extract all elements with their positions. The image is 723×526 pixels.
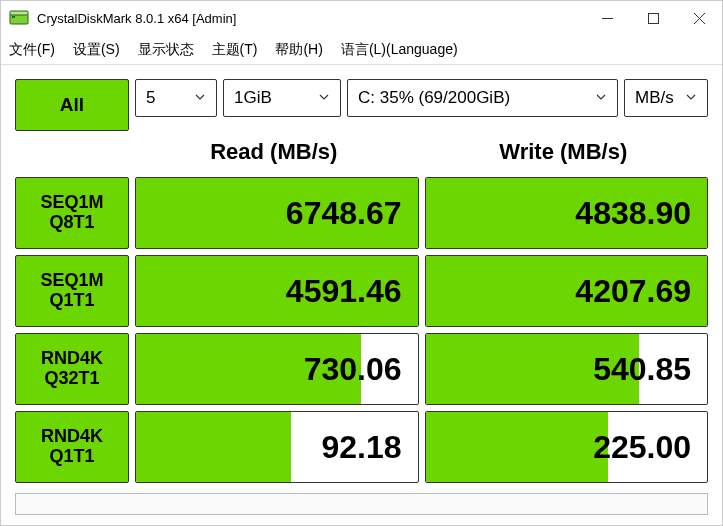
- write-value: 225.00: [593, 429, 691, 466]
- column-headers: Read (MB/s) Write (MB/s): [15, 133, 708, 171]
- window-title: CrystalDiskMark 8.0.1 x64 [Admin]: [37, 11, 584, 26]
- size-value: 1GiB: [234, 88, 272, 108]
- test-name-line2: Q8T1: [49, 213, 94, 233]
- content-area: All 5 1GiB C: 35% (69/200GiB) MB/s: [1, 65, 722, 525]
- read-value-cell: 4591.46: [135, 255, 419, 327]
- chevron-down-icon: [318, 88, 330, 108]
- test-name-line2: Q1T1: [49, 291, 94, 311]
- unit-value: MB/s: [635, 88, 674, 108]
- result-row: RND4KQ32T1730.06540.85: [15, 333, 708, 405]
- unit-select[interactable]: MB/s: [624, 79, 708, 117]
- window-controls: [584, 1, 722, 35]
- write-value-cell: 225.00: [425, 411, 709, 483]
- menu-settings[interactable]: 设置(S): [73, 41, 120, 59]
- loops-select[interactable]: 5: [135, 79, 217, 117]
- menu-language[interactable]: 语言(L)(Language): [341, 41, 458, 59]
- titlebar[interactable]: CrystalDiskMark 8.0.1 x64 [Admin]: [1, 1, 722, 35]
- maximize-button[interactable]: [630, 1, 676, 35]
- read-bar: [136, 412, 291, 482]
- test-name-line2: Q1T1: [49, 447, 94, 467]
- close-button[interactable]: [676, 1, 722, 35]
- svg-rect-2: [12, 16, 15, 18]
- read-value: 4591.46: [286, 273, 402, 310]
- read-value-cell: 6748.67: [135, 177, 419, 249]
- chevron-down-icon: [595, 88, 607, 108]
- test-name-line2: Q32T1: [44, 369, 99, 389]
- read-header: Read (MB/s): [129, 139, 419, 165]
- write-value-cell: 4207.69: [425, 255, 709, 327]
- all-button[interactable]: All: [15, 79, 129, 131]
- menu-theme[interactable]: 主题(T): [212, 41, 258, 59]
- test-button-0[interactable]: SEQ1MQ8T1: [15, 177, 129, 249]
- test-button-1[interactable]: SEQ1MQ1T1: [15, 255, 129, 327]
- test-name-line1: SEQ1M: [40, 271, 103, 291]
- result-row: SEQ1MQ1T14591.464207.69: [15, 255, 708, 327]
- menubar: 文件(F) 设置(S) 显示状态 主题(T) 帮助(H) 语言(L)(Langu…: [1, 35, 722, 65]
- read-value-cell: 730.06: [135, 333, 419, 405]
- read-value: 92.18: [321, 429, 401, 466]
- result-row: RND4KQ1T192.18225.00: [15, 411, 708, 483]
- app-window: CrystalDiskMark 8.0.1 x64 [Admin] 文件(F) …: [0, 0, 723, 526]
- status-bar: [15, 493, 708, 515]
- size-select[interactable]: 1GiB: [223, 79, 341, 117]
- results-rows: SEQ1MQ8T16748.674838.90SEQ1MQ1T14591.464…: [15, 171, 708, 483]
- read-value: 730.06: [304, 351, 402, 388]
- write-header: Write (MB/s): [419, 139, 709, 165]
- chevron-down-icon: [685, 88, 697, 108]
- write-bar: [426, 412, 609, 482]
- test-button-3[interactable]: RND4KQ1T1: [15, 411, 129, 483]
- drive-select[interactable]: C: 35% (69/200GiB): [347, 79, 618, 117]
- loops-value: 5: [146, 88, 155, 108]
- write-value: 4207.69: [575, 273, 691, 310]
- all-button-label: All: [60, 94, 84, 116]
- read-value-cell: 92.18: [135, 411, 419, 483]
- write-value-cell: 540.85: [425, 333, 709, 405]
- svg-rect-1: [10, 11, 28, 15]
- write-value-cell: 4838.90: [425, 177, 709, 249]
- test-name-line1: RND4K: [41, 349, 103, 369]
- minimize-button[interactable]: [584, 1, 630, 35]
- app-icon: [9, 8, 29, 28]
- chevron-down-icon: [194, 88, 206, 108]
- top-controls-row: All 5 1GiB C: 35% (69/200GiB) MB/s: [15, 79, 708, 131]
- write-value: 4838.90: [575, 195, 691, 232]
- test-name-line1: RND4K: [41, 427, 103, 447]
- read-value: 6748.67: [286, 195, 402, 232]
- menu-help[interactable]: 帮助(H): [275, 41, 322, 59]
- drive-value: C: 35% (69/200GiB): [358, 88, 510, 108]
- test-button-2[interactable]: RND4KQ32T1: [15, 333, 129, 405]
- menu-file[interactable]: 文件(F): [9, 41, 55, 59]
- svg-rect-4: [648, 13, 658, 23]
- result-row: SEQ1MQ8T16748.674838.90: [15, 177, 708, 249]
- write-value: 540.85: [593, 351, 691, 388]
- test-name-line1: SEQ1M: [40, 193, 103, 213]
- menu-display-state[interactable]: 显示状态: [138, 41, 194, 59]
